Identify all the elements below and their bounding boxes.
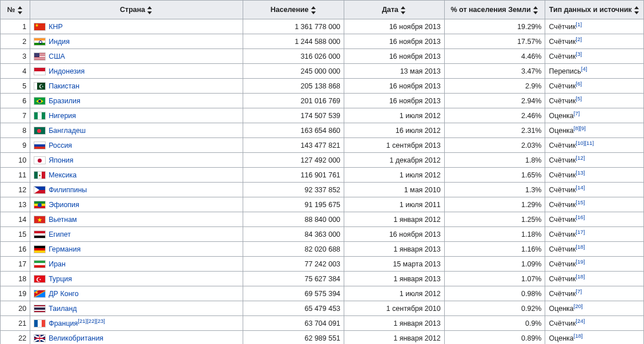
cell-source: Счётчик[24]	[545, 316, 644, 331]
country-link[interactable]: Эфиопия	[49, 201, 79, 209]
cell-population: 1 244 588 000	[243, 34, 344, 49]
ref-link[interactable]: [17]	[576, 229, 585, 235]
ref-link[interactable]: [11]	[585, 140, 594, 146]
ref-link[interactable]: [20]	[574, 303, 583, 309]
cell-percent: 3.47%	[444, 64, 545, 79]
flag-icon	[34, 38, 46, 46]
ref-link[interactable]: [9]	[579, 125, 586, 131]
country-link[interactable]: Турция	[49, 275, 72, 283]
cell-number: 20	[1, 301, 30, 316]
cell-percent: 2.46%	[444, 108, 545, 123]
country-link[interactable]: Пакистан	[49, 82, 79, 90]
cell-country: Эфиопия	[30, 197, 243, 212]
cell-number: 15	[1, 227, 30, 242]
ref-link[interactable]: [18]	[574, 333, 583, 339]
header-percent[interactable]: % от населения Земли	[444, 1, 545, 19]
header-number[interactable]: №	[1, 1, 30, 19]
cell-population: 201 016 769	[243, 94, 344, 108]
source-type: Счётчик	[549, 171, 575, 179]
source-type: Счётчик	[549, 82, 575, 90]
ref-link[interactable]: [1]	[576, 21, 582, 27]
flag-icon	[34, 141, 46, 149]
country-link[interactable]: ДР Конго	[49, 290, 79, 298]
country-link[interactable]: США	[49, 52, 65, 60]
country-link[interactable]: Нигерия	[49, 112, 76, 120]
ref-link[interactable]: [24]	[576, 318, 585, 324]
country-link[interactable]: Франция	[49, 319, 78, 327]
country-link[interactable]: Германия	[49, 245, 80, 253]
flag-icon	[34, 52, 46, 60]
table-row: 18Турция75 627 3841 января 20131.07%Счёт…	[1, 272, 644, 286]
ref-link[interactable]: [3]	[576, 51, 582, 57]
source-type: Счётчик	[549, 319, 575, 327]
ref-link[interactable]: [7]	[574, 110, 580, 116]
country-link[interactable]: Бангладеш	[49, 127, 86, 135]
cell-percent: 0.98%	[444, 286, 545, 301]
ref-link[interactable]: [15]	[576, 199, 585, 205]
ref-link[interactable]: [8]	[574, 125, 580, 131]
cell-population: 245 000 000	[243, 64, 344, 79]
sort-icon	[533, 6, 539, 14]
cell-date: 1 января 2013	[344, 272, 445, 286]
flag-icon	[34, 171, 46, 179]
country-link[interactable]: Россия	[49, 141, 72, 149]
cell-percent: 0.92%	[444, 301, 545, 316]
cell-source: Счётчик[19]	[545, 257, 644, 272]
cell-percent: 2.31%	[444, 123, 545, 138]
header-population[interactable]: Население	[243, 1, 344, 19]
cell-percent: 0.89%	[444, 331, 545, 344]
header-country[interactable]: Страна	[30, 1, 243, 19]
table-row: 6Бразилия201 016 76916 ноября 20132.94%С…	[1, 94, 644, 108]
country-link[interactable]: Великобритания	[49, 334, 103, 342]
table-row: 9Россия143 477 8211 сентября 20132.03%Сч…	[1, 138, 644, 153]
cell-population: 127 492 000	[243, 153, 344, 168]
cell-date: 1 июля 2012	[344, 108, 445, 123]
source-refs: [5]	[576, 95, 582, 102]
source-refs: [1]	[576, 21, 582, 27]
source-refs: [6]	[576, 80, 582, 87]
ref-link[interactable]: [2]	[576, 36, 582, 42]
ref-link[interactable]: [14]	[576, 184, 585, 191]
source-refs: [14]	[576, 184, 585, 191]
country-link[interactable]: КНР	[49, 23, 63, 31]
cell-source: Счётчик[6]	[545, 79, 644, 94]
sort-icon	[401, 6, 406, 14]
header-date[interactable]: Дата	[344, 1, 445, 19]
ref-link[interactable]: [6]	[576, 80, 582, 87]
country-link[interactable]: Филиппины	[49, 186, 87, 194]
ref-link[interactable]: [19]	[576, 258, 585, 265]
ref-link[interactable]: [4]	[581, 66, 587, 72]
ref-link[interactable]: [7]	[576, 288, 582, 294]
ref-link[interactable]: [22]	[87, 318, 96, 324]
ref-link[interactable]: [10]	[576, 140, 585, 146]
cell-date: 16 июля 2012	[344, 123, 445, 138]
ref-link[interactable]: [23]	[96, 318, 105, 324]
ref-link[interactable]: [21]	[78, 318, 87, 324]
cell-source: Счётчик[14]	[545, 183, 644, 197]
country-link[interactable]: Иран	[49, 260, 66, 268]
country-link[interactable]: Индия	[49, 38, 70, 46]
flag-icon	[34, 97, 46, 105]
ref-link[interactable]: [18]	[576, 273, 585, 280]
country-link[interactable]: Вьетнам	[49, 216, 77, 224]
country-link[interactable]: Таиланд	[49, 305, 77, 313]
country-link[interactable]: Египет	[49, 230, 71, 238]
source-type: Счётчик	[549, 141, 575, 149]
ref-link[interactable]: [18]	[576, 244, 585, 250]
country-link[interactable]: Бразилия	[49, 97, 80, 105]
ref-link[interactable]: [13]	[576, 169, 585, 176]
source-type: Оценка	[549, 112, 573, 120]
ref-link[interactable]: [5]	[576, 95, 582, 102]
country-link[interactable]: Мексика	[49, 171, 77, 179]
cell-population: 84 363 000	[243, 227, 344, 242]
source-refs: [15]	[576, 199, 585, 205]
header-source[interactable]: Тип данных и источник	[545, 1, 644, 19]
cell-country: ДР Конго	[30, 286, 243, 301]
cell-source: Счётчик[18]	[545, 242, 644, 257]
cell-number: 13	[1, 197, 30, 212]
source-refs: [2]	[576, 36, 582, 42]
country-link[interactable]: Япония	[49, 156, 73, 164]
ref-link[interactable]: [12]	[576, 155, 585, 161]
country-link[interactable]: Индонезия	[49, 67, 84, 75]
ref-link[interactable]: [16]	[576, 214, 585, 220]
